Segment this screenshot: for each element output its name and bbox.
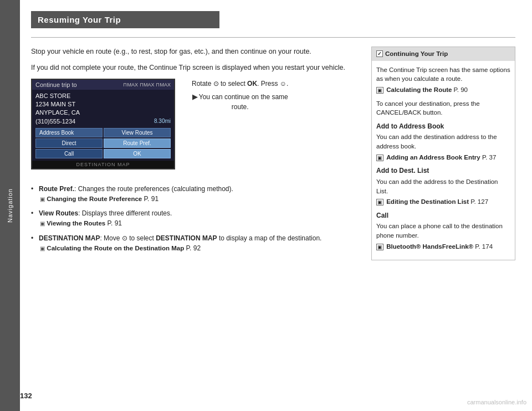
nav-btn-ok[interactable]: OK [104,149,171,158]
nav-buttons-row2: Direct Route Pref. [35,138,171,148]
bullet-desc-3: : Move ⊙ to select [100,234,156,242]
route-line: route. [192,102,288,112]
rotate-line1: Rotate ⊙ to select OK. Press ☺. [192,79,288,89]
bullet-ref-2: ▣ Viewing the Routes P. 91 [39,218,358,228]
ref-text-3: Calculating the Route on the Destination… [47,245,184,251]
bullet-desc-2: : Displays three different routes. [78,209,172,217]
bullet-desc-3b: to display a map of the destination. [217,234,322,242]
info-section-call: Call You can place a phone call to the d… [376,211,510,251]
screen-instruction-row: Continue trip to ⊓MAX ⊓MAX ⊓MAX ABC STOR… [31,79,358,177]
nav-screen-header: Continue trip to ⊓MAX ⊓MAX ⊓MAX [32,80,174,90]
bullet-term-2: View Routes [39,209,78,217]
list-item-view-routes: View Routes: Displays three different ro… [31,208,358,228]
nav-icon-max1: ⊓MAX [123,82,138,88]
info-section-4-title: Add to Dest. List [376,166,510,176]
bullet-dest-map-term: DESTINATION MAP [156,234,217,242]
nav-screen-body: ABC STORE 1234 MAIN ST ANYPLACE, CA (310… [32,90,174,161]
nav-btn-call[interactable]: Call [35,149,103,158]
bullet-list: Route Pref.: Changes the route preferenc… [31,184,358,253]
info-section-1: The Continue Trip screen has the same op… [376,65,510,95]
watermark: carmanualsonline.info [467,399,526,405]
list-item-dest-map: DESTINATION MAP: Move ⊙ to select DESTIN… [31,233,358,253]
main-content: Resuming Your Trip Stop your vehicle en … [20,0,532,411]
header-bar: Resuming Your Trip [31,11,219,28]
nav-address-line4: (310)555-1234 [35,117,75,126]
info-ref-text-4: Editing the Destination List [386,198,469,205]
ref-page-1: P. 91 [144,195,158,203]
list-item-route-pref: Route Pref.: Changes the route preferenc… [31,184,358,204]
two-col-layout: Stop your vehicle en route (e.g., to res… [31,47,515,260]
info-ref-text-1: Calculating the Route [386,86,452,93]
info-section-3-title: Add to Address Book [376,122,510,131]
arrow-icon: ▶ [192,93,197,101]
left-column: Stop your vehicle en route (e.g., to res… [31,47,358,260]
nav-buttons-row3: Call OK [35,149,171,158]
info-section-5-desc: You can place a phone call to the destin… [376,222,510,240]
divider [31,37,515,38]
info-box-body: The Continue Trip screen has the same op… [372,61,515,260]
ref-icon-1: ▣ [40,196,45,202]
bullet-term-1: Route Pref. [39,185,74,193]
bullet-desc-1: : Changes the route preferences (calcula… [74,185,233,193]
info-box: ✓ Continuing Your Trip The Continue Trip… [371,47,515,260]
ref-text-1: Changing the Route Preference [47,196,142,202]
nav-buttons-row1: Address Book View Routes [35,128,171,137]
info-section-5-ref: ▣ Bluetooth® HandsFreeLink® P. 174 [376,242,510,251]
nav-icon-max2: ⊓MAX [140,82,155,88]
sidebar-label: Navigation [7,188,13,223]
info-box-header: ✓ Continuing Your Trip [372,47,515,61]
nav-icon-max3: ⊓MAX [156,82,171,88]
ref-page-3: P. 92 [186,244,201,252]
info-ref-page-3: P. 37 [482,154,496,161]
body-para1: Stop your vehicle en route (e.g., to res… [31,47,358,57]
ref-sq-icon-1: ▣ [376,87,383,94]
info-section-3-desc: You can add the destination address to t… [376,132,510,151]
info-cancel-text: To cancel your destination, press the CA… [376,99,510,117]
info-section-4-desc: You can add the address to the Destinati… [376,177,510,196]
info-section-dest-list: Add to Dest. List You can add the addres… [376,166,510,206]
info-section-3-ref: ▣ Adding an Address Book Entry P. 37 [376,153,510,162]
nav-address-line1: ABC STORE [35,92,171,100]
press-symbol: ☺ [280,80,287,88]
ref-icon-3: ▣ [40,245,45,251]
nav-address-line4-row: (310)555-1234 8.30mi [35,117,171,126]
nav-btn-direct[interactable]: Direct [35,138,103,148]
bullet-ref-3: ▣ Calculating the Route on the Destinati… [39,243,358,253]
info-ref-page-5: P. 174 [475,243,493,250]
ref-icon-2: ▣ [40,220,45,227]
info-ref-text-5: Bluetooth® HandsFreeLink® [386,243,473,250]
ref-sq-icon-5: ▣ [376,244,383,250]
nav-screen-icons: ⊓MAX ⊓MAX ⊓MAX [123,82,171,88]
info-section-1-text: The Continue Trip screen has the same op… [376,65,510,84]
nav-btn-route-pref[interactable]: Route Pref. [104,138,171,148]
info-section-5-title: Call [376,211,510,220]
nav-address-line3: ANYPLACE, CA [35,109,171,117]
info-ref-text-3: Adding an Address Book Entry [386,154,480,161]
sidebar: Navigation [0,0,20,411]
nav-screen-title: Continue trip to [35,81,77,88]
bullet-ref-1: ▣ Changing the Route Preference P. 91 [39,194,358,204]
nav-btn-view-routes[interactable]: View Routes [104,128,171,137]
continue-line: ▶ You can continue on the same [192,92,288,102]
info-section-cancel: To cancel your destination, press the CA… [376,99,510,117]
bullet-term-3: DESTINATION MAP [39,234,100,242]
nav-screen: Continue trip to ⊓MAX ⊓MAX ⊓MAX ABC STOR… [31,79,175,170]
body-para2: If you did not complete your route, the … [31,63,358,73]
info-section-address-book: Add to Address Book You can add the dest… [376,122,510,162]
ref-sq-icon-3: ▣ [376,155,383,161]
info-box-title: Continuing Your Trip [385,49,448,59]
ref-text-2: Viewing the Routes [47,220,105,227]
info-ref-page-4: P. 127 [470,198,488,205]
info-section-4-ref: ▣ Editing the Destination List P. 127 [376,197,510,207]
info-section-1-ref: ▣ Calculating the Route P. 90 [376,85,510,95]
ref-page-2: P. 91 [108,219,122,227]
nav-btn-address-book[interactable]: Address Book [35,128,103,137]
nav-distance: 8.30mi [154,117,171,126]
rotate-instruction: Rotate ⊙ to select OK. Press ☺. ▶ You ca… [181,79,288,112]
info-ref-page-1: P. 90 [454,86,468,93]
nav-address-line2: 1234 MAIN ST [35,100,171,109]
ref-sq-icon-4: ▣ [376,199,383,206]
nav-footer: DESTINATION MAP [32,161,174,168]
checkbox-icon: ✓ [376,50,383,57]
page-title: Resuming Your Trip [38,15,213,24]
